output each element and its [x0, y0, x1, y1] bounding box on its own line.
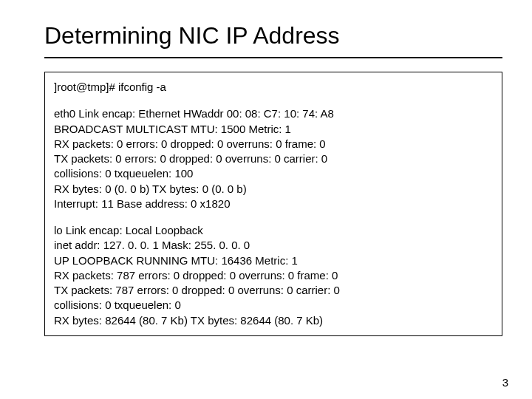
eth0-line: eth0 Link encap: Ethernet HWaddr 00: 08:… [54, 106, 493, 121]
title-underline [44, 57, 502, 58]
slide: Determining NIC IP Address ]root@tmp]# i… [0, 0, 532, 399]
command-line: ]root@tmp]# ifconfig -a [54, 80, 493, 95]
lo-line: TX packets: 787 errors: 0 dropped: 0 ove… [54, 283, 493, 298]
slide-title: Determining NIC IP Address [44, 22, 502, 50]
lo-line: UP LOOPBACK RUNNING MTU: 16436 Metric: 1 [54, 253, 493, 268]
lo-line: lo Link encap: Local Loopback [54, 223, 493, 238]
eth0-line: Interrupt: 11 Base address: 0 x1820 [54, 197, 493, 211]
lo-block: lo Link encap: Local Loopback inet addr:… [54, 223, 493, 328]
eth0-line: RX bytes: 0 (0. 0 b) TX bytes: 0 (0. 0 b… [54, 182, 493, 197]
lo-line: collisions: 0 txqueuelen: 0 [54, 298, 493, 313]
lo-line: inet addr: 127. 0. 0. 1 Mask: 255. 0. 0.… [54, 238, 493, 253]
page-number: 3 [502, 376, 508, 389]
eth0-block: eth0 Link encap: Ethernet HWaddr 00: 08:… [54, 106, 493, 211]
lo-line: RX bytes: 82644 (80. 7 Kb) TX bytes: 826… [54, 313, 493, 328]
lo-line: RX packets: 787 errors: 0 dropped: 0 ove… [54, 268, 493, 283]
eth0-line: BROADCAST MULTICAST MTU: 1500 Metric: 1 [54, 122, 493, 137]
eth0-line: collisions: 0 txqueuelen: 100 [54, 166, 493, 181]
terminal-output: ]root@tmp]# ifconfig -a eth0 Link encap:… [44, 72, 502, 336]
eth0-line: TX packets: 0 errors: 0 dropped: 0 overr… [54, 151, 493, 166]
eth0-line: RX packets: 0 errors: 0 dropped: 0 overr… [54, 137, 493, 151]
